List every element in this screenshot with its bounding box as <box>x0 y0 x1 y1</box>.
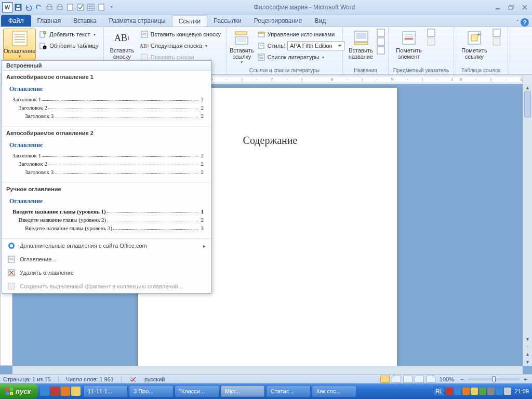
web-layout-view-button[interactable] <box>403 376 413 383</box>
insert-citation-button[interactable]: Вставить ссылку ▾ <box>230 29 254 65</box>
update-tof-icon[interactable] <box>377 37 385 46</box>
remove-toc-button[interactable]: Удалить оглавление <box>2 266 211 280</box>
ie-icon[interactable] <box>40 387 49 396</box>
tray-icon[interactable] <box>462 388 470 395</box>
endnote-icon <box>140 30 149 38</box>
tab-layout[interactable]: Разметка страницы <box>103 15 172 26</box>
custom-toc-button[interactable]: Оглавление... <box>2 252 211 266</box>
style-icon <box>257 42 265 50</box>
insert-footnote-button[interactable]: AB1 Вставить сноску <box>107 29 137 61</box>
explorer-icon[interactable] <box>71 387 81 396</box>
start-button[interactable]: пуск <box>0 384 38 398</box>
prev-page-icon[interactable]: ▲ <box>523 351 532 358</box>
insert-endnote-button[interactable]: Вставить концевую сноску <box>138 29 223 40</box>
bibliography-button[interactable]: Список литературы▾ <box>255 51 347 63</box>
tab-mailings[interactable]: Рассылки <box>207 15 248 26</box>
print-preview-icon[interactable] <box>45 3 54 12</box>
zoom-slider-thumb[interactable] <box>493 376 496 382</box>
tab-insert[interactable]: Вставка <box>67 15 103 26</box>
firefox-icon[interactable] <box>61 387 70 396</box>
new-doc-icon[interactable] <box>65 3 75 12</box>
svg-rect-62 <box>493 29 500 36</box>
add-text-button[interactable]: Добавить текст▾ <box>37 29 100 40</box>
gallery-item-auto1[interactable]: Автособираемое оглавление 1 Оглавление З… <box>2 71 211 127</box>
zoom-in-button[interactable]: + <box>522 376 529 382</box>
mark-citation-button[interactable]: + Пометить ссылку <box>457 29 491 61</box>
taskbar-item-2[interactable]: "Класси... <box>175 385 219 397</box>
tray-icon[interactable] <box>454 388 461 395</box>
vertical-scrollbar[interactable]: ▲ ▼ ◦ ▲ ▼ <box>523 84 532 366</box>
style-dropdown[interactable]: APA Fifth Edition <box>287 41 344 50</box>
zoom-level[interactable]: 100% <box>440 376 454 382</box>
taskbar-item-5[interactable]: Как сос... <box>312 385 356 397</box>
taskbar-item-1[interactable]: 3 Про... <box>129 385 174 397</box>
horizontal-scrollbar[interactable] <box>12 366 523 374</box>
minimize-ribbon-icon[interactable]: ˆ <box>517 20 518 25</box>
tray-icon[interactable] <box>471 388 478 395</box>
scroll-down-icon[interactable]: ▼ <box>523 336 532 343</box>
close-button[interactable] <box>520 4 530 11</box>
table-icon[interactable] <box>86 3 96 12</box>
outline-view-button[interactable] <box>415 376 424 383</box>
clock[interactable]: 21:09 <box>514 388 529 394</box>
insert-caption-button[interactable]: Вставить название <box>346 29 376 61</box>
opera-icon[interactable] <box>50 387 60 396</box>
redo-icon[interactable] <box>34 3 44 12</box>
toc-button[interactable]: Оглавление ▾ <box>3 29 36 60</box>
next-page-icon[interactable]: ▼ <box>523 358 532 366</box>
minimize-button[interactable] <box>493 4 503 11</box>
cross-ref-icon[interactable] <box>377 46 385 55</box>
taskbar-item-0[interactable]: 11-11-1... <box>83 385 128 397</box>
quick-print-icon[interactable] <box>55 3 64 12</box>
qat-customize-icon[interactable]: ▾ <box>107 3 116 12</box>
tab-file[interactable]: Файл <box>1 15 31 26</box>
help-icon[interactable]: ? <box>521 18 529 26</box>
tab-review[interactable]: Рецензирование <box>248 15 309 26</box>
language-indicator[interactable]: русский <box>144 376 165 382</box>
tray-icon[interactable] <box>487 388 495 395</box>
page-indicator[interactable]: Страница: 1 из 15 <box>3 376 51 382</box>
volume-icon[interactable] <box>504 388 511 395</box>
proofing-icon[interactable] <box>129 375 137 383</box>
svg-rect-72 <box>8 283 15 289</box>
tray-icon[interactable] <box>496 388 503 395</box>
manage-sources-button[interactable]: Управление источниками <box>255 29 347 40</box>
svg-rect-8 <box>77 4 84 10</box>
insert-toa-icon[interactable] <box>493 29 501 37</box>
tray-icon[interactable] <box>479 388 486 395</box>
browse-object-icon[interactable]: ◦ <box>523 343 532 350</box>
tab-view[interactable]: Вид <box>308 15 332 26</box>
zoom-slider[interactable] <box>468 378 520 380</box>
undo-icon[interactable] <box>24 3 33 12</box>
restore-button[interactable] <box>506 4 516 11</box>
fullscreen-view-button[interactable] <box>392 376 401 383</box>
draft-view-button[interactable] <box>426 376 435 383</box>
citation-style-control[interactable]: Стиль: APA Fifth Edition <box>255 40 347 51</box>
spelling-icon[interactable] <box>76 3 85 12</box>
paste-special-icon[interactable] <box>97 3 106 12</box>
tab-home[interactable]: Главная <box>31 15 68 26</box>
language-indicator-tray[interactable]: RL <box>433 387 445 396</box>
update-index-icon[interactable] <box>427 37 435 46</box>
next-footnote-button[interactable]: AB1Следующая сноска▾ <box>138 40 223 51</box>
scroll-thumb[interactable] <box>524 91 531 117</box>
update-table-button[interactable]: !Обновить таблицу <box>37 40 100 51</box>
word-count[interactable]: Число слов: 1 961 <box>66 376 114 382</box>
svg-rect-6 <box>58 5 61 7</box>
gallery-item-manual[interactable]: Ручное оглавление Оглавление Введите наз… <box>2 183 211 238</box>
tray-icon[interactable] <box>446 388 453 395</box>
insert-tof-icon[interactable] <box>377 29 385 37</box>
zoom-out-button[interactable]: − <box>458 376 466 382</box>
taskbar-item-4[interactable]: Статис... <box>266 385 311 397</box>
insert-index-icon[interactable] <box>427 29 435 37</box>
update-toa-icon[interactable] <box>493 37 501 46</box>
tab-references[interactable]: Ссылки <box>172 15 207 26</box>
scroll-up-icon[interactable]: ▲ <box>523 84 532 91</box>
more-toc-office-button[interactable]: Дополнительные оглавления с сайта Office… <box>2 239 211 252</box>
gallery-footer: Дополнительные оглавления с сайта Office… <box>2 238 211 293</box>
taskbar-item-word[interactable]: Micr... <box>220 385 265 397</box>
gallery-item-auto2[interactable]: Автособираемое оглавление 2 Оглавление З… <box>2 127 211 183</box>
save-icon[interactable] <box>14 3 23 12</box>
mark-index-entry-button[interactable]: Пометить элемент <box>392 29 426 61</box>
print-layout-view-button[interactable] <box>380 376 390 383</box>
